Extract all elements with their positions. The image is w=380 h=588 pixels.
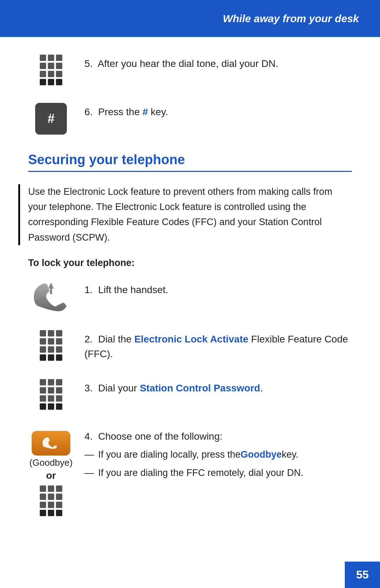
keypad-icon-2 xyxy=(40,330,62,361)
margin-bar xyxy=(18,184,20,245)
ela-link: Electronic Lock Activate xyxy=(134,334,248,345)
goodbye-button-icon xyxy=(32,431,70,456)
keypad-icon-4 xyxy=(40,485,62,516)
step-5-number: 5. xyxy=(84,58,97,69)
keypad-icon xyxy=(40,55,62,85)
step-6-text: 6. Press the # key. xyxy=(84,103,352,119)
lock-step-1-icon xyxy=(28,281,74,312)
step-6-row: # 6. Press the # key. xyxy=(28,103,352,135)
lock-step-3-number: 3. xyxy=(84,383,98,394)
lock-step-3-text: 3. Dial your Station Control Password. xyxy=(84,379,352,396)
section-title: Securing your telephone xyxy=(28,152,352,172)
svg-marker-0 xyxy=(48,283,54,289)
lock-step-4-keypad xyxy=(40,485,62,516)
page-number: 55 xyxy=(345,562,380,588)
sub-list-item-2: If you are dialing the FFC remotely, dia… xyxy=(84,466,352,480)
page-content: 5. After you hear the dial tone, dial yo… xyxy=(0,37,380,562)
step-6-number: 6. xyxy=(84,106,98,117)
body-text-wrapper: Use the Electronic Lock feature to preve… xyxy=(28,184,352,245)
header-title: While away from your desk xyxy=(223,13,359,25)
step-4-sublist: If you are dialing locally, press the Go… xyxy=(84,447,352,480)
lock-step-2-text: 2. Dial the Electronic Lock Activate Fle… xyxy=(84,330,352,361)
lock-step-2-icon xyxy=(28,330,74,361)
lock-step-4-number: 4. xyxy=(84,431,98,442)
scp-link: Station Control Password xyxy=(140,383,260,394)
goodbye-text-link: Goodbye xyxy=(241,447,282,462)
hash-key-icon: # xyxy=(35,103,67,135)
lock-step-2-row: 2. Dial the Electronic Lock Activate Fle… xyxy=(28,330,352,361)
sub-list-item-1: If you are dialing locally, press the Go… xyxy=(84,447,352,462)
svg-rect-1 xyxy=(50,288,52,294)
lock-step-3-icon xyxy=(28,379,74,410)
goodbye-or-label: or xyxy=(46,470,56,481)
lock-step-4-icon: (Goodbye) or xyxy=(28,427,74,516)
lock-step-4-row: (Goodbye) or 4. Choose one of the follow… xyxy=(28,427,352,516)
step-6-icon: # xyxy=(28,103,74,135)
step-5-text: 5. After you hear the dial tone, dial yo… xyxy=(84,55,352,71)
lock-step-1-row: 1. Lift the handset. xyxy=(28,281,352,312)
lock-step-4-text: 4. Choose one of the following: If you a… xyxy=(84,427,352,484)
handset-icon xyxy=(30,281,72,312)
goodbye-handset-icon xyxy=(42,437,61,450)
lock-step-2-number: 2. xyxy=(84,334,98,345)
subheading: To lock your telephone: xyxy=(28,258,352,268)
section-body: Use the Electronic Lock feature to preve… xyxy=(28,184,352,245)
goodbye-label: (Goodbye) xyxy=(30,457,73,468)
lock-step-4-main: 4. Choose one of the following: xyxy=(84,429,352,444)
step-5-icon xyxy=(28,55,74,85)
step-5-row: 5. After you hear the dial tone, dial yo… xyxy=(28,55,352,85)
hash-link: # xyxy=(142,106,148,117)
lock-step-1-number: 1. xyxy=(84,284,98,295)
header-bar: While away from your desk xyxy=(0,0,380,37)
lock-step-3-row: 3. Dial your Station Control Password. xyxy=(28,379,352,410)
lock-step-1-text: 1. Lift the handset. xyxy=(84,281,352,297)
keypad-icon-3 xyxy=(40,379,62,410)
